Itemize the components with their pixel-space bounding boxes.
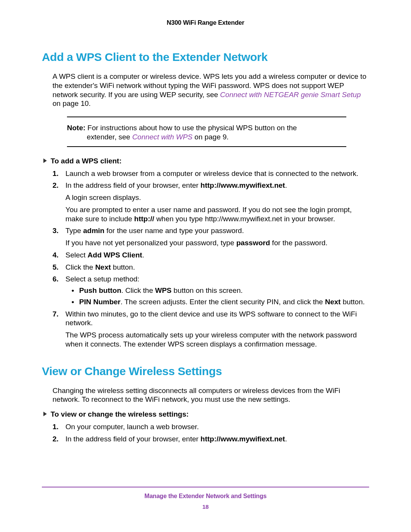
footer-page-number: 18: [42, 503, 369, 510]
step-number: 3.: [53, 226, 59, 235]
text: Type: [65, 227, 83, 235]
step-7: 7. Within two minutes, go to the client …: [53, 310, 369, 349]
step-sub: If you have not yet personalized your pa…: [65, 238, 369, 248]
chevron-right-icon: [43, 412, 47, 416]
chevron-right-icon: [43, 158, 47, 163]
task-heading-2: To view or change the wireless settings:: [42, 410, 369, 419]
step-text: Within two minutes, go to the client dev…: [65, 310, 357, 327]
bold-text: admin: [83, 227, 104, 235]
bold-text: Add WPS Client: [88, 251, 142, 259]
doc-header: N300 WiFi Range Extender: [42, 19, 369, 26]
step-6: 6. Select a setup method: Push button. C…: [53, 275, 369, 306]
step-number: 7.: [53, 310, 59, 319]
text: for the password.: [270, 239, 328, 247]
note-rule-bottom: [67, 146, 346, 147]
note-label: Note:: [67, 124, 86, 132]
bold-text: Push button: [79, 286, 121, 294]
step-number: 2.: [53, 181, 59, 190]
bold-text: http://: [134, 215, 155, 223]
step-text: On your computer, launch a web browser.: [65, 423, 199, 431]
section1-intro: A WPS client is a computer or wireless d…: [42, 72, 369, 108]
bullet-item: PIN Number. The screen adjusts. Enter th…: [72, 297, 369, 307]
bold-text: Next: [325, 298, 341, 306]
bold-text: WPS: [155, 286, 172, 294]
bold-text: password: [236, 239, 270, 247]
text: button on this screen.: [172, 286, 243, 294]
step-2: 2. In the address field of your browser,…: [53, 435, 369, 444]
text: on page 10.: [53, 99, 91, 107]
steps-list-1: 1. Launch a web browser from a computer …: [42, 169, 369, 349]
section-heading-2: View or Change Wireless Settings: [42, 365, 369, 378]
task-title: To add a WPS client:: [51, 157, 122, 165]
text: button.: [341, 298, 365, 306]
bold-text: PIN Number: [79, 298, 121, 306]
step-1: 1. Launch a web browser from a computer …: [53, 169, 369, 178]
task-heading-1: To add a WPS client:: [42, 157, 369, 165]
steps-list-2: 1. On your computer, launch a web browse…: [42, 422, 369, 444]
text: For instructions about how to use the ph…: [86, 124, 297, 132]
step-4: 4. Select Add WPS Client.: [53, 251, 369, 260]
task-title: To view or change the wireless settings:: [51, 410, 189, 418]
text: If you have not yet personalized your pa…: [65, 239, 236, 247]
step-number: 2.: [53, 435, 59, 444]
step-sub: The WPS process automatically sets up yo…: [65, 331, 369, 349]
section2-intro: Changing the wireless setting disconnect…: [42, 386, 369, 404]
step-text: Launch a web browser from a computer or …: [65, 169, 358, 177]
step-number: 1.: [53, 169, 59, 178]
url-text: http://www.mywifiext.net: [201, 181, 285, 189]
note-box: Note: For instructions about how to use …: [67, 117, 346, 147]
link-connect-wps[interactable]: Connect with WPS: [132, 133, 192, 141]
text: In the address field of your browser, en…: [65, 181, 201, 189]
text: extender, see: [87, 133, 132, 141]
step-2: 2. In the address field of your browser,…: [53, 181, 369, 223]
link-genie-setup[interactable]: Connect with NETGEAR genie Smart Setup: [220, 91, 361, 99]
text: on page 9.: [193, 133, 229, 141]
text: button.: [111, 263, 135, 271]
step-text: Click the Next button.: [65, 263, 135, 271]
footer-rule: [42, 487, 369, 487]
step-sub: You are prompted to enter a user name an…: [65, 205, 369, 224]
text: .: [142, 251, 144, 259]
step-5: 5. Click the Next button.: [53, 263, 369, 272]
url-text: http://www.mywifiext.net: [201, 435, 285, 443]
note-content: Note: For instructions about how to use …: [67, 117, 346, 146]
bullet-list: Push button. Click the WPS button on thi…: [65, 286, 369, 307]
text: Select: [65, 251, 88, 259]
step-text: Type admin for the user name and type yo…: [65, 227, 244, 235]
text: .: [285, 181, 287, 189]
text: for the user name and type your password…: [104, 227, 244, 235]
bold-text: Next: [95, 263, 111, 271]
page-footer: Manage the Extender Network and Settings…: [42, 487, 369, 510]
step-text: Select Add WPS Client.: [65, 251, 144, 259]
step-text: Select a setup method:: [65, 275, 139, 283]
text: In the address field of your browser, en…: [65, 435, 201, 443]
step-number: 1.: [53, 422, 59, 431]
step-number: 5.: [53, 263, 59, 272]
step-1: 1. On your computer, launch a web browse…: [53, 422, 369, 431]
step-sub: A login screen displays.: [65, 193, 369, 202]
step-3: 3. Type admin for the user name and type…: [53, 226, 369, 248]
step-text: In the address field of your browser, en…: [65, 181, 287, 189]
section-heading-1: Add a WPS Client to the Extender Network: [42, 51, 369, 64]
step-number: 4.: [53, 251, 59, 260]
text: . Click the: [121, 286, 155, 294]
bullet-item: Push button. Click the WPS button on thi…: [72, 286, 369, 295]
step-text: In the address field of your browser, en…: [65, 435, 287, 443]
text: .: [285, 435, 287, 443]
text: . The screen adjusts. Enter the client s…: [121, 298, 325, 306]
text: Click the: [65, 263, 95, 271]
footer-title: Manage the Extender Network and Settings: [42, 493, 369, 500]
step-number: 6.: [53, 275, 59, 284]
text: when you type http://www.mywifiext.net i…: [154, 215, 335, 223]
